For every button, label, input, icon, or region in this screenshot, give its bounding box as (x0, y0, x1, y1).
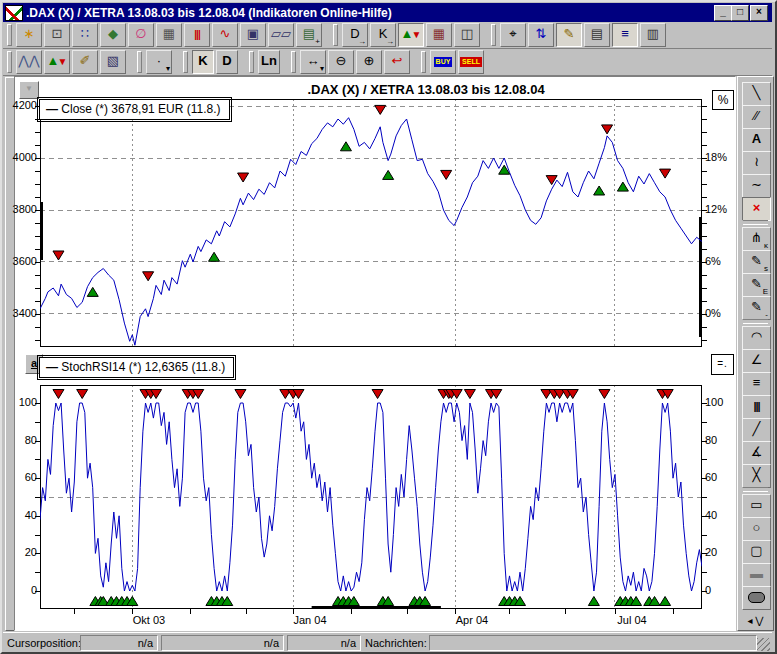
layout-icon[interactable]: ▥ (640, 23, 666, 47)
axis-tick (702, 516, 707, 517)
zoom-in-icon[interactable]: ⊕ (356, 50, 382, 74)
new-chart-icon[interactable]: ∗ (16, 23, 42, 47)
edit-pencil-icon[interactable]: ✐ (72, 50, 98, 74)
delete-tool[interactable]: × (742, 197, 771, 221)
axis-tick (702, 275, 707, 276)
buy-button[interactable]: BUY (430, 50, 456, 74)
parallel-lines-tool[interactable]: ∕∕ (742, 105, 771, 129)
pitchfork-tool[interactable]: ⋔ᴋ (742, 227, 771, 251)
filled-rect-tool[interactable]: ▬ (742, 563, 771, 587)
gann-grid-tool[interactable]: ╳ (742, 464, 771, 488)
zigzag-tool[interactable]: ≀ (742, 151, 771, 175)
close-button[interactable]: × (750, 5, 768, 21)
scatter-icon[interactable]: ∷ (72, 23, 98, 47)
histogram-icon[interactable]: ||| (184, 23, 210, 47)
line-chart-icon[interactable]: ∿ (212, 23, 238, 47)
toolbar-grip[interactable] (7, 24, 12, 46)
linewidth-dropdown-glyph: · (157, 53, 161, 68)
fib-arcs-tool[interactable]: ◠ (742, 326, 771, 350)
notes-icon[interactable]: ▤ (584, 23, 610, 47)
kurs-button[interactable]: K (192, 50, 214, 74)
grid-chart-icon-glyph: ▦ (433, 26, 445, 41)
gann-e-tool[interactable]: ✎E (742, 273, 771, 297)
stochrsi-legend[interactable]: — StochRSI14 (*) 12,6365 (11.8.) (39, 357, 234, 378)
ellipse-tool[interactable]: ○ (742, 517, 771, 541)
toolbar-group: ↔▾⊖⊕↩ (287, 50, 411, 74)
sort-arrows-icon[interactable]: ⇅ (528, 23, 554, 47)
linewidth-dropdown[interactable]: ·▾ (146, 50, 172, 74)
disable-icon[interactable]: ∅ (128, 23, 154, 47)
toolbar-grip[interactable] (249, 51, 254, 73)
chart-window-icon-glyph: ▣ (247, 26, 259, 41)
text-tool[interactable]: A (742, 128, 771, 152)
toolbar-grip[interactable] (137, 51, 142, 73)
filled-rounded-rect-tool[interactable] (742, 586, 771, 610)
fib-fan-tool[interactable]: ∠ (742, 349, 771, 373)
k-chart-icon[interactable]: K→ (370, 23, 396, 47)
cascade-windows-icon[interactable]: ▱▱ (268, 23, 294, 47)
k-chart-icon-sub: → (386, 38, 394, 46)
buy-button-label: BUY (434, 57, 453, 67)
layout-icon-glyph: ▥ (647, 26, 659, 41)
trendline-tool[interactable]: ╲ (742, 82, 771, 106)
hscale-dropdown[interactable]: ↔▾ (300, 50, 326, 74)
speed-lines-tool[interactable]: ∡ (742, 441, 771, 465)
objects-icon[interactable]: ◆ (100, 23, 126, 47)
titlebar[interactable]: .DAX (X) / XETRA 13.08.03 bis 12.08.04 (… (3, 3, 772, 22)
collapse-button[interactable]: ▼ (19, 81, 39, 99)
rounded-rect-tool[interactable]: ▢ (742, 540, 771, 564)
d-chart-icon[interactable]: D→ (342, 23, 368, 47)
price-plot[interactable] (40, 99, 702, 347)
zigzag-mountain-icon[interactable]: ⋀⋀ (16, 50, 42, 74)
sort-arrows-icon-glyph: ⇅ (536, 26, 547, 41)
sell-button[interactable]: SELL (458, 50, 484, 74)
objects-icon-glyph: ◆ (108, 26, 118, 41)
grid-chart-icon[interactable]: ▦ (426, 23, 452, 47)
wave-tool[interactable]: ∼ (742, 174, 771, 198)
ln-scale-button[interactable]: Ln (258, 50, 280, 74)
text-tool-glyph: A (752, 131, 761, 146)
indicator-list-icon[interactable]: ≡ (612, 23, 638, 47)
resize-grip[interactable] (757, 638, 770, 651)
properties-icon[interactable]: ▧ (100, 50, 126, 74)
app-icon (5, 5, 23, 21)
image-add-icon[interactable]: ▤+ (296, 23, 322, 47)
percent-scale-box[interactable]: % (712, 90, 734, 110)
panel-options-button[interactable]: =. (711, 354, 734, 375)
fib-retracement-tool-glyph: ≡ (753, 375, 761, 390)
chart-window-icon[interactable]: ▣ (240, 23, 266, 47)
x-axis-label: Apr 04 (447, 614, 497, 626)
zoom-out-icon[interactable]: ⊖ (328, 50, 354, 74)
gann-s-tool[interactable]: ✎s (742, 250, 771, 274)
stochrsi-plot[interactable] (40, 385, 702, 609)
cascade-windows-icon-glyph: ▱▱ (271, 26, 291, 41)
crosshair-icon[interactable]: ⌖ (500, 23, 526, 47)
copy-chart-icon[interactable]: ⊡ (44, 23, 70, 47)
toolbar-grip[interactable] (183, 51, 188, 73)
gann-line-tool[interactable]: ✎- (742, 296, 771, 320)
fib-retracement-tool[interactable]: ≡ (742, 372, 771, 396)
split-chart-icon[interactable]: ◫ (454, 23, 480, 47)
depot-button[interactable]: D (216, 50, 238, 74)
price-legend[interactable]: — Close (*) 3678,91 EUR (11.8.) (39, 99, 230, 120)
trend-segment-tool[interactable]: ╱ (742, 418, 771, 442)
zoom-reset-icon[interactable]: ↩ (384, 50, 410, 74)
fib-timezones-tool[interactable]: ||| (742, 395, 771, 419)
toolbar-scroll-arrows[interactable]: ◂ ⋁ (742, 615, 769, 626)
gann-e-tool-sub: E (763, 288, 768, 296)
properties-icon-glyph: ▧ (107, 53, 119, 68)
axis-tick (702, 184, 707, 185)
signals-icon[interactable]: ▲▼ (398, 23, 424, 47)
draw-pencil-icon[interactable]: ✎ (556, 23, 582, 47)
toolbar-grip[interactable] (291, 51, 296, 73)
rectangle-tool[interactable]: ▭ (742, 494, 771, 518)
toolbar-grip[interactable] (333, 24, 338, 46)
data-table-icon[interactable]: ▦ (156, 23, 182, 47)
toolbar-grip[interactable] (491, 24, 496, 46)
toolbar-grip[interactable] (421, 51, 426, 73)
minimize-button[interactable]: _ (714, 5, 732, 21)
toolbar-grip[interactable] (7, 51, 12, 73)
month-tick (246, 609, 247, 614)
arrow-signals-icon[interactable]: ▲▼ (44, 50, 70, 74)
maximize-button[interactable]: □ (731, 5, 749, 21)
